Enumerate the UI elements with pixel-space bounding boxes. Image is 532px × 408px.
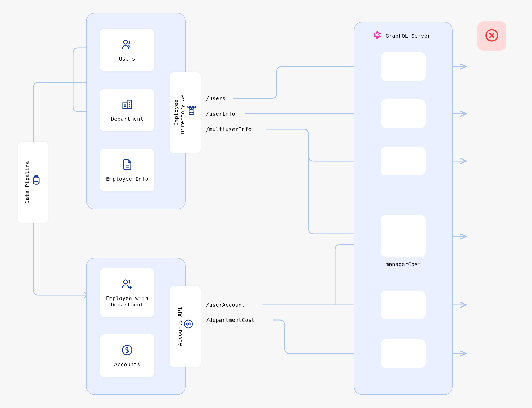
endpoint-departmentcost: /departmentCost <box>206 317 255 323</box>
accounts-node: Accounts <box>100 334 154 377</box>
endpoint-userinfo: /userInfo <box>206 111 235 117</box>
department-label: Department <box>111 116 143 122</box>
graphql-header: GraphQL Server <box>373 31 431 41</box>
svg-point-14 <box>188 106 189 108</box>
resolver-5 <box>381 291 426 319</box>
resolver-managercost-label: managerCost <box>382 261 425 267</box>
svg-point-17 <box>124 280 127 284</box>
resolver-6 <box>381 339 426 368</box>
employee-info-label: Employee Info <box>106 176 148 182</box>
employee-info-node: Employee Info <box>100 149 154 191</box>
users-node: Users <box>100 29 154 71</box>
svg-rect-4 <box>123 103 127 109</box>
building-icon <box>121 98 134 112</box>
data-pipeline-node: Data Pipeline <box>18 142 48 223</box>
employee-directory-api-label: Employee Directory API <box>173 91 186 134</box>
graphql-icon <box>373 31 381 41</box>
resolver-1 <box>381 52 426 81</box>
graphql-title: GraphQL Server <box>386 33 431 39</box>
employee-with-dept-label: Employee with Department <box>106 295 148 308</box>
dollar-icon <box>121 344 134 357</box>
close-icon <box>485 28 499 43</box>
svg-point-15 <box>190 106 192 108</box>
resolver-3 <box>381 147 426 175</box>
accounts-api-label: Accounts API <box>177 307 183 346</box>
user-plus-icon <box>121 277 134 291</box>
endpoint-users: /users <box>206 95 225 102</box>
users-label: Users <box>119 56 135 62</box>
users-icon <box>121 38 134 52</box>
svg-point-1 <box>35 176 36 177</box>
svg-point-13 <box>189 112 194 115</box>
svg-point-3 <box>124 40 127 44</box>
accounts-label: Accounts <box>114 361 140 368</box>
diagram-canvas: Data Pipeline Users Depar <box>0 0 532 408</box>
department-node: Department <box>100 89 154 131</box>
endpoint-multiuserinfo: /multiuserInfo <box>206 126 251 132</box>
dollar-circle-icon <box>183 319 194 329</box>
employee-with-dept-node: Employee with Department <box>100 268 154 317</box>
svg-point-16 <box>193 106 195 108</box>
svg-point-2 <box>36 176 38 177</box>
employee-directory-api-node: Employee Directory API <box>170 72 201 153</box>
resolver-managercost <box>381 215 426 257</box>
endpoint-useraccount: /userAccount <box>206 302 245 308</box>
svg-point-0 <box>33 182 39 184</box>
resolver-2 <box>381 99 426 128</box>
data-pipeline-label: Data Pipeline <box>24 161 30 204</box>
close-badge[interactable] <box>477 21 506 51</box>
file-icon <box>121 158 134 172</box>
accounts-api-node: Accounts API <box>170 286 201 367</box>
pipeline-icon <box>30 174 42 186</box>
api-icon <box>186 104 197 116</box>
